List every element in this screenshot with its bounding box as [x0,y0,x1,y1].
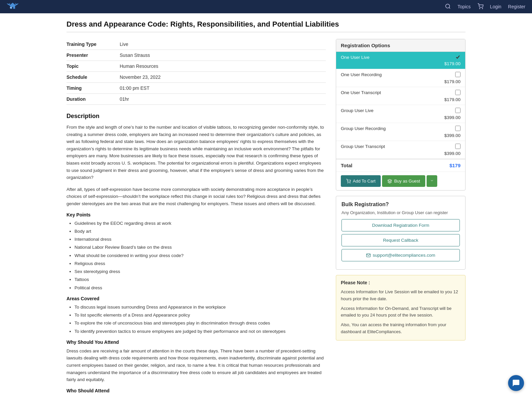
list-item: What should be considered in writing you… [74,252,326,259]
please-note-box: Please Note : Access Information for Liv… [336,275,466,340]
detail-row-duration: Duration 01hr [66,94,326,105]
option-one-user-transcript-label: One User Transcript [341,90,381,95]
option-group-user-recording-checkbox[interactable] [455,126,461,131]
description-paragraph2: After all, types of self-expression have… [66,186,326,207]
download-registration-form-button[interactable]: Download Regiatration Form [341,219,460,231]
why-attend-text: Dress codes are receiving a fair amount … [66,347,326,383]
nav-login[interactable]: Login [490,4,501,9]
cart-icon[interactable] [477,3,483,10]
note-title: Please Note : [341,280,461,285]
option-group-user-live-row: Group User Live [336,105,465,114]
why-attend-title: Why Should You Attend [66,339,326,345]
list-item: To explore the role of unconscious bias … [74,320,326,327]
page-container: Dress and Appearance Code: Rights, Respo… [57,13,475,399]
training-type-value: Live [120,39,326,50]
bulk-registration-desc: Any Organization, Institution or Group U… [341,210,460,215]
buy-as-guest-button[interactable]: Buy as Guest [382,175,425,187]
description-title: Description [66,113,326,120]
areas-covered-title: Areas Covered [66,296,326,301]
schedule-label: Schedule [66,72,120,83]
detail-row-timing: Timing 01:00 pm EST [66,83,326,94]
list-item: To identify prevention tactics to ensure… [74,328,326,335]
topic-label: Topic [66,61,120,72]
nav-register[interactable]: Register [508,4,525,9]
description-paragraph1: From the style and length of one’s hair … [66,124,326,181]
option-group-user-live-checkbox[interactable] [455,108,461,113]
sidebar-column: Registration Options One User Live $179.… [336,39,466,340]
registration-options-header: Registration Options [336,39,465,52]
svg-line-5 [449,7,450,8]
why-attend-section: Why Should You Attend Dress codes are re… [66,339,326,383]
detail-row-training-type: Training Type Live [66,39,326,50]
presenter-value: Susan Strauss [120,50,326,61]
option-group-user-transcript-row: Group User Transcript [336,141,465,150]
registration-option-one-user-live: One User Live $179.00 [336,52,465,69]
svg-point-8 [348,183,348,183]
page-title: Dress and Appearance Code: Rights, Respo… [66,20,466,32]
option-group-user-live-label: Group User Live [341,108,373,113]
list-item: To list specific elements of a Dress and… [74,312,326,319]
option-one-user-recording-row: One User Recording [336,69,465,78]
list-item: Guidelines by the EEOC regarding dress a… [74,220,326,227]
option-one-user-live-label: One User Live [341,55,369,60]
svg-point-4 [446,4,450,8]
topic-value: Human Resources [120,61,326,72]
option-one-user-recording-checkbox[interactable] [455,72,461,77]
registration-option-one-user-transcript: One User Transcript $179.00 [336,87,465,105]
timing-label: Timing [66,83,120,94]
key-points-title: Key Points [66,212,326,217]
total-label: Total [341,163,352,168]
chat-bubble[interactable] [508,375,524,391]
who-attend-section: Who Should Attend [66,388,326,393]
option-one-user-live-checkbox[interactable] [455,55,461,60]
option-one-user-live-price: $179.00 [336,61,465,69]
duration-label: Duration [66,94,120,105]
svg-point-7 [482,8,483,9]
areas-covered-list: To discuss legal issues surrounding Dres… [66,304,326,335]
option-group-user-recording-price: $399.00 [336,132,465,141]
registration-option-group-user-transcript: Group User Transcript $399.00 [336,141,465,159]
option-group-user-transcript-label: Group User Transcript [341,144,385,149]
registration-option-group-user-recording: Group User Recording $399.00 [336,123,465,141]
content-column: Training Type Live Presenter Susan Strau… [66,39,326,396]
list-item: International dress [74,236,326,243]
add-to-cart-button[interactable]: Add To Cart [341,175,381,187]
total-amount: $179 [450,163,461,168]
list-item: National Labor Review Board’s take on th… [74,244,326,251]
who-attend-title: Who Should Attend [66,388,326,393]
detail-row-topic: Topic Human Resources [66,61,326,72]
list-item: To discuss legal issues surrounding Dres… [74,304,326,311]
svg-text:EC: EC [10,7,12,9]
bulk-registration-title: Bulk Registration? [341,201,460,207]
main-layout: Training Type Live Presenter Susan Strau… [66,39,466,396]
list-item: Political dress [74,285,326,291]
detail-row-schedule: Schedule November 23, 2022 [66,72,326,83]
key-points-list: Guidelines by the EEOC regarding dress a… [66,220,326,291]
add-to-cart-label: Add To Cart [353,179,375,184]
option-group-user-transcript-checkbox[interactable] [455,144,461,149]
registration-option-group-user-live: Group User Live $399.00 [336,105,465,123]
list-item: Tattoos [74,276,326,283]
logo[interactable]: EC [7,2,19,11]
schedule-value: November 23, 2022 [120,72,326,83]
note-line-1: Access Information for Live Session will… [341,289,461,303]
registration-options-box: Registration Options One User Live $179.… [336,39,466,191]
option-one-user-transcript-checkbox[interactable] [455,90,461,95]
buy-as-guest-dropdown-button[interactable] [427,175,437,187]
buy-as-guest-label: Buy as Guest [394,179,420,184]
registration-buttons: Add To Cart Buy as Guest [336,172,465,190]
detail-row-presenter: Presenter Susan Strauss [66,50,326,61]
svg-point-6 [479,8,480,9]
note-line-3: Also, You can access the training inform… [341,322,461,335]
list-item: Religious dress [74,260,326,267]
main-nav: Topics Login Register [445,3,525,10]
search-icon[interactable] [445,3,451,10]
option-group-user-live-price: $399.00 [336,114,465,123]
note-line-2: Access Information for On-Demand, and Tr… [341,305,461,319]
option-one-user-recording-label: One User Recording [341,72,382,77]
option-group-user-recording-label: Group User Recording [341,126,386,131]
request-callback-button[interactable]: Request Callback [341,234,460,246]
training-type-label: Training Type [66,39,120,50]
nav-topics[interactable]: Topics [458,4,471,9]
email-support-button[interactable]: support@elitecompliances.com [341,249,460,261]
